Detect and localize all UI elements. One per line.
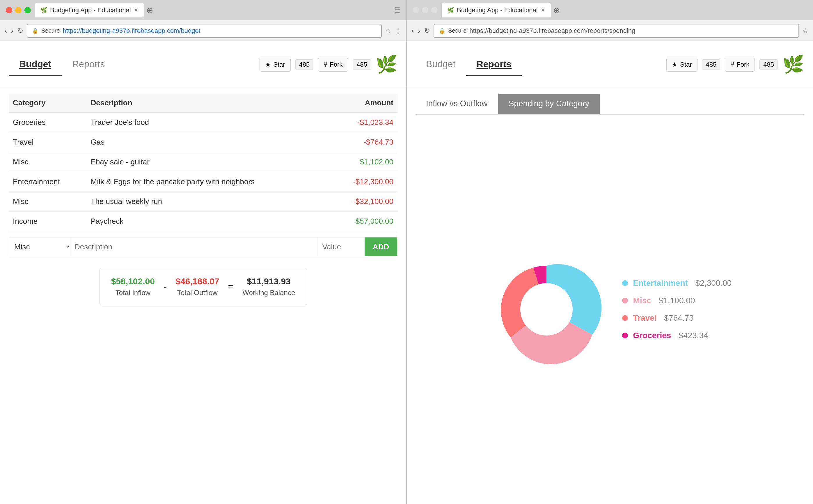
back-button[interactable]: ‹ bbox=[5, 27, 7, 35]
table-row: Misc Ebay sale - guitar $1,102.00 bbox=[9, 152, 397, 172]
value-input[interactable] bbox=[318, 237, 365, 256]
misc-dot bbox=[622, 298, 628, 304]
right-forward-button[interactable]: › bbox=[418, 27, 420, 35]
right-title-bar: 🌿 Budgeting App - Educational ✕ ⊕ bbox=[407, 0, 813, 20]
minus-operator: - bbox=[161, 281, 170, 292]
misc-value: $1,100.00 bbox=[659, 296, 695, 305]
row-category: Misc bbox=[9, 152, 87, 172]
groceries-dot bbox=[622, 333, 628, 338]
right-star-button[interactable]: ★ Star bbox=[666, 58, 697, 72]
entertainment-label: Entertainment bbox=[633, 278, 688, 288]
right-reports-nav[interactable]: Reports bbox=[466, 53, 522, 76]
right-star-count: 485 bbox=[702, 59, 720, 70]
budget-nav-item[interactable]: Budget bbox=[9, 53, 62, 76]
row-category: Income bbox=[9, 212, 87, 231]
table-row: Groceries Trader Joe's food -$1,023.34 bbox=[9, 112, 397, 132]
star-count: 485 bbox=[295, 59, 314, 70]
reports-nav-item[interactable]: Reports bbox=[62, 53, 115, 76]
row-category: Misc bbox=[9, 192, 87, 212]
lock-icon: 🔒 bbox=[32, 28, 38, 34]
spending-category-tab[interactable]: Spending by Category bbox=[498, 94, 600, 114]
left-app-header: Budget Reports ★ Star 485 ⑂ Fork 485 🌿 bbox=[0, 41, 406, 88]
balance-value: $11,913.93 bbox=[247, 276, 291, 286]
outflow-value: $46,188.07 bbox=[175, 276, 219, 286]
right-header-right: ★ Star 485 ⑂ Fork 485 🌿 bbox=[666, 54, 804, 75]
row-description: Gas bbox=[87, 132, 329, 152]
right-minimize[interactable] bbox=[422, 7, 428, 13]
row-amount: -$12,300.00 bbox=[329, 172, 397, 192]
minimize-button[interactable] bbox=[15, 7, 22, 13]
row-amount: $57,000.00 bbox=[329, 212, 397, 231]
travel-dot bbox=[622, 315, 628, 321]
table-row: Income Paycheck $57,000.00 bbox=[9, 212, 397, 231]
equals-operator: = bbox=[225, 281, 237, 292]
right-app-header: Budget Reports ★ Star 485 ⑂ Fork 485 🌿 bbox=[407, 41, 813, 88]
right-new-tab[interactable]: ⊕ bbox=[553, 6, 560, 15]
row-amount: -$1,023.34 bbox=[329, 112, 397, 132]
add-button[interactable]: ADD bbox=[365, 237, 397, 256]
misc-label: Misc bbox=[633, 296, 651, 305]
left-title-bar: 🌿 Budgeting App - Educational ✕ ⊕ ☰ bbox=[0, 0, 406, 20]
left-address-bar: ‹ › ↻ 🔒 Secure https://budgeting-a937b.f… bbox=[0, 20, 406, 41]
donut-svg bbox=[488, 251, 605, 368]
row-amount: -$32,100.00 bbox=[329, 192, 397, 212]
right-app-content: Budget Reports ★ Star 485 ⑂ Fork 485 🌿 bbox=[407, 41, 813, 504]
right-close[interactable] bbox=[413, 7, 419, 13]
right-url-bar[interactable]: 🔒 Secure https://budgeting-a937b.firebas… bbox=[434, 24, 799, 38]
right-fork-button[interactable]: ⑂ Fork bbox=[725, 58, 755, 72]
close-button[interactable] bbox=[6, 7, 12, 13]
travel-label: Travel bbox=[633, 313, 657, 323]
left-app-content: Budget Reports ★ Star 485 ⑂ Fork 485 🌿 bbox=[0, 41, 406, 504]
fork-button[interactable]: ⑂ Fork bbox=[318, 58, 348, 72]
right-address-bar: ‹ › ↻ 🔒 Secure https://budgeting-a937b.f… bbox=[407, 20, 813, 41]
row-description: The usual weekly run bbox=[87, 192, 329, 212]
forward-button[interactable]: › bbox=[11, 27, 13, 35]
title-bar-icons: ☰ bbox=[394, 6, 400, 14]
bookmark-icon[interactable]: ☆ bbox=[385, 27, 391, 35]
url-bar[interactable]: 🔒 Secure https://budgeting-a937b.firebas… bbox=[27, 24, 382, 38]
refresh-button[interactable]: ↻ bbox=[17, 27, 23, 35]
new-tab-button[interactable]: ⊕ bbox=[146, 6, 153, 15]
right-refresh-button[interactable]: ↻ bbox=[424, 27, 430, 35]
tab-close-button[interactable]: ✕ bbox=[134, 7, 138, 13]
right-lock-icon: 🔒 bbox=[439, 28, 445, 34]
nav-buttons: ‹ › ↻ bbox=[5, 27, 23, 35]
active-tab[interactable]: 🌿 Budgeting App - Educational ✕ bbox=[35, 3, 144, 17]
groceries-label: Groceries bbox=[633, 331, 671, 340]
star-icon: ★ bbox=[265, 61, 271, 68]
row-category: Groceries bbox=[9, 112, 87, 132]
right-active-tab[interactable]: 🌿 Budgeting App - Educational ✕ bbox=[442, 3, 551, 17]
right-app-logo: 🌿 bbox=[782, 54, 804, 75]
star-button[interactable]: ★ Star bbox=[260, 58, 290, 72]
inflow-outflow-tab[interactable]: Inflow vs Outflow bbox=[416, 94, 498, 114]
balance-label: Working Balance bbox=[242, 289, 295, 297]
legend-travel: Travel $764.73 bbox=[622, 313, 732, 323]
maximize-button[interactable] bbox=[24, 7, 31, 13]
right-budget-nav[interactable]: Budget bbox=[416, 53, 466, 76]
entertainment-dot bbox=[622, 280, 628, 286]
right-maximize[interactable] bbox=[431, 7, 438, 13]
secure-label: Secure bbox=[41, 27, 60, 34]
right-app-nav: Budget Reports bbox=[416, 53, 522, 76]
row-category: Entertainment bbox=[9, 172, 87, 192]
category-select[interactable]: GroceriesTravelMiscEntertainmentIncome bbox=[9, 237, 70, 256]
right-back-button[interactable]: ‹ bbox=[411, 27, 414, 35]
outflow-item: $46,188.07 Total Outflow bbox=[175, 276, 219, 297]
right-traffic-lights bbox=[413, 7, 438, 13]
header-right: ★ Star 485 ⑂ Fork 485 🌿 bbox=[260, 54, 397, 75]
legend-misc: Misc $1,100.00 bbox=[622, 296, 732, 305]
travel-value: $764.73 bbox=[664, 313, 694, 323]
row-amount: $1,102.00 bbox=[329, 152, 397, 172]
table-row: Travel Gas -$764.73 bbox=[9, 132, 397, 152]
right-tab-bar: 🌿 Budgeting App - Educational ✕ ⊕ bbox=[442, 3, 807, 17]
more-options-icon[interactable]: ⋮ bbox=[395, 27, 402, 35]
fork-icon: ⑂ bbox=[324, 61, 327, 68]
svg-point-0 bbox=[520, 283, 573, 336]
entertainment-value: $2,300.00 bbox=[695, 278, 732, 288]
tab-title: Budgeting App - Educational bbox=[50, 6, 131, 14]
description-input[interactable] bbox=[70, 237, 318, 256]
row-description: Paycheck bbox=[87, 212, 329, 231]
left-browser: 🌿 Budgeting App - Educational ✕ ⊕ ☰ ‹ › … bbox=[0, 0, 407, 504]
right-tab-close[interactable]: ✕ bbox=[541, 7, 545, 13]
right-bookmark-icon[interactable]: ☆ bbox=[803, 27, 808, 35]
